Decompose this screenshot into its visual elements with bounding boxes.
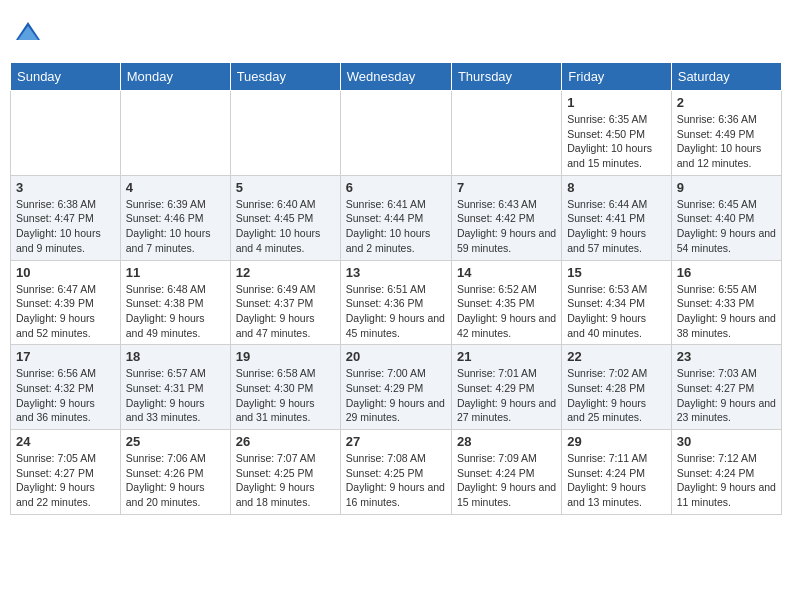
weekday-header-wednesday: Wednesday	[340, 63, 451, 91]
logo	[14, 18, 46, 46]
day-number: 16	[677, 265, 776, 280]
weekday-header-sunday: Sunday	[11, 63, 121, 91]
day-number: 26	[236, 434, 335, 449]
calendar-cell: 21Sunrise: 7:01 AM Sunset: 4:29 PM Dayli…	[451, 345, 561, 430]
day-number: 9	[677, 180, 776, 195]
day-number: 11	[126, 265, 225, 280]
calendar-cell	[230, 91, 340, 176]
calendar-cell: 29Sunrise: 7:11 AM Sunset: 4:24 PM Dayli…	[562, 430, 671, 515]
calendar-cell: 25Sunrise: 7:06 AM Sunset: 4:26 PM Dayli…	[120, 430, 230, 515]
day-info: Sunrise: 7:12 AM Sunset: 4:24 PM Dayligh…	[677, 451, 776, 510]
calendar-cell: 18Sunrise: 6:57 AM Sunset: 4:31 PM Dayli…	[120, 345, 230, 430]
day-number: 12	[236, 265, 335, 280]
weekday-header-monday: Monday	[120, 63, 230, 91]
calendar-cell: 17Sunrise: 6:56 AM Sunset: 4:32 PM Dayli…	[11, 345, 121, 430]
calendar-cell: 22Sunrise: 7:02 AM Sunset: 4:28 PM Dayli…	[562, 345, 671, 430]
day-number: 6	[346, 180, 446, 195]
calendar-cell: 16Sunrise: 6:55 AM Sunset: 4:33 PM Dayli…	[671, 260, 781, 345]
calendar-cell	[11, 91, 121, 176]
calendar-cell: 9Sunrise: 6:45 AM Sunset: 4:40 PM Daylig…	[671, 175, 781, 260]
calendar-cell: 2Sunrise: 6:36 AM Sunset: 4:49 PM Daylig…	[671, 91, 781, 176]
day-info: Sunrise: 6:49 AM Sunset: 4:37 PM Dayligh…	[236, 282, 335, 341]
calendar-cell: 13Sunrise: 6:51 AM Sunset: 4:36 PM Dayli…	[340, 260, 451, 345]
day-info: Sunrise: 6:44 AM Sunset: 4:41 PM Dayligh…	[567, 197, 665, 256]
day-info: Sunrise: 6:43 AM Sunset: 4:42 PM Dayligh…	[457, 197, 556, 256]
calendar-cell: 1Sunrise: 6:35 AM Sunset: 4:50 PM Daylig…	[562, 91, 671, 176]
calendar-cell: 27Sunrise: 7:08 AM Sunset: 4:25 PM Dayli…	[340, 430, 451, 515]
weekday-header-saturday: Saturday	[671, 63, 781, 91]
day-number: 2	[677, 95, 776, 110]
calendar-cell: 6Sunrise: 6:41 AM Sunset: 4:44 PM Daylig…	[340, 175, 451, 260]
calendar-cell: 7Sunrise: 6:43 AM Sunset: 4:42 PM Daylig…	[451, 175, 561, 260]
day-info: Sunrise: 6:55 AM Sunset: 4:33 PM Dayligh…	[677, 282, 776, 341]
day-info: Sunrise: 6:39 AM Sunset: 4:46 PM Dayligh…	[126, 197, 225, 256]
day-info: Sunrise: 6:52 AM Sunset: 4:35 PM Dayligh…	[457, 282, 556, 341]
calendar-cell: 8Sunrise: 6:44 AM Sunset: 4:41 PM Daylig…	[562, 175, 671, 260]
day-info: Sunrise: 7:06 AM Sunset: 4:26 PM Dayligh…	[126, 451, 225, 510]
page-header	[10, 10, 782, 54]
day-info: Sunrise: 7:09 AM Sunset: 4:24 PM Dayligh…	[457, 451, 556, 510]
calendar-cell: 14Sunrise: 6:52 AM Sunset: 4:35 PM Dayli…	[451, 260, 561, 345]
day-info: Sunrise: 6:48 AM Sunset: 4:38 PM Dayligh…	[126, 282, 225, 341]
calendar-cell: 24Sunrise: 7:05 AM Sunset: 4:27 PM Dayli…	[11, 430, 121, 515]
day-info: Sunrise: 6:35 AM Sunset: 4:50 PM Dayligh…	[567, 112, 665, 171]
day-number: 1	[567, 95, 665, 110]
weekday-header-friday: Friday	[562, 63, 671, 91]
day-number: 24	[16, 434, 115, 449]
day-info: Sunrise: 6:38 AM Sunset: 4:47 PM Dayligh…	[16, 197, 115, 256]
day-number: 25	[126, 434, 225, 449]
day-info: Sunrise: 6:36 AM Sunset: 4:49 PM Dayligh…	[677, 112, 776, 171]
day-number: 17	[16, 349, 115, 364]
day-info: Sunrise: 7:02 AM Sunset: 4:28 PM Dayligh…	[567, 366, 665, 425]
day-number: 14	[457, 265, 556, 280]
calendar-cell: 3Sunrise: 6:38 AM Sunset: 4:47 PM Daylig…	[11, 175, 121, 260]
day-info: Sunrise: 7:07 AM Sunset: 4:25 PM Dayligh…	[236, 451, 335, 510]
day-number: 29	[567, 434, 665, 449]
day-number: 3	[16, 180, 115, 195]
day-info: Sunrise: 6:58 AM Sunset: 4:30 PM Dayligh…	[236, 366, 335, 425]
calendar-cell	[340, 91, 451, 176]
day-info: Sunrise: 7:01 AM Sunset: 4:29 PM Dayligh…	[457, 366, 556, 425]
day-number: 5	[236, 180, 335, 195]
day-number: 28	[457, 434, 556, 449]
calendar-cell: 10Sunrise: 6:47 AM Sunset: 4:39 PM Dayli…	[11, 260, 121, 345]
calendar-cell: 26Sunrise: 7:07 AM Sunset: 4:25 PM Dayli…	[230, 430, 340, 515]
calendar-table: SundayMondayTuesdayWednesdayThursdayFrid…	[10, 62, 782, 515]
day-number: 19	[236, 349, 335, 364]
day-number: 27	[346, 434, 446, 449]
day-number: 21	[457, 349, 556, 364]
day-number: 10	[16, 265, 115, 280]
day-info: Sunrise: 7:08 AM Sunset: 4:25 PM Dayligh…	[346, 451, 446, 510]
calendar-cell: 11Sunrise: 6:48 AM Sunset: 4:38 PM Dayli…	[120, 260, 230, 345]
calendar-cell: 23Sunrise: 7:03 AM Sunset: 4:27 PM Dayli…	[671, 345, 781, 430]
day-number: 30	[677, 434, 776, 449]
day-info: Sunrise: 7:11 AM Sunset: 4:24 PM Dayligh…	[567, 451, 665, 510]
day-number: 4	[126, 180, 225, 195]
weekday-header-thursday: Thursday	[451, 63, 561, 91]
calendar-cell: 28Sunrise: 7:09 AM Sunset: 4:24 PM Dayli…	[451, 430, 561, 515]
day-info: Sunrise: 7:00 AM Sunset: 4:29 PM Dayligh…	[346, 366, 446, 425]
day-number: 8	[567, 180, 665, 195]
day-info: Sunrise: 6:56 AM Sunset: 4:32 PM Dayligh…	[16, 366, 115, 425]
day-number: 7	[457, 180, 556, 195]
calendar-cell	[451, 91, 561, 176]
day-number: 13	[346, 265, 446, 280]
calendar-cell: 30Sunrise: 7:12 AM Sunset: 4:24 PM Dayli…	[671, 430, 781, 515]
calendar-cell	[120, 91, 230, 176]
day-number: 20	[346, 349, 446, 364]
day-number: 22	[567, 349, 665, 364]
day-info: Sunrise: 6:45 AM Sunset: 4:40 PM Dayligh…	[677, 197, 776, 256]
day-number: 23	[677, 349, 776, 364]
logo-icon	[14, 18, 42, 46]
calendar-cell: 19Sunrise: 6:58 AM Sunset: 4:30 PM Dayli…	[230, 345, 340, 430]
day-info: Sunrise: 6:41 AM Sunset: 4:44 PM Dayligh…	[346, 197, 446, 256]
day-info: Sunrise: 7:03 AM Sunset: 4:27 PM Dayligh…	[677, 366, 776, 425]
day-info: Sunrise: 6:40 AM Sunset: 4:45 PM Dayligh…	[236, 197, 335, 256]
day-number: 18	[126, 349, 225, 364]
weekday-header-tuesday: Tuesday	[230, 63, 340, 91]
day-info: Sunrise: 7:05 AM Sunset: 4:27 PM Dayligh…	[16, 451, 115, 510]
calendar-cell: 12Sunrise: 6:49 AM Sunset: 4:37 PM Dayli…	[230, 260, 340, 345]
day-info: Sunrise: 6:57 AM Sunset: 4:31 PM Dayligh…	[126, 366, 225, 425]
calendar-cell: 20Sunrise: 7:00 AM Sunset: 4:29 PM Dayli…	[340, 345, 451, 430]
day-number: 15	[567, 265, 665, 280]
